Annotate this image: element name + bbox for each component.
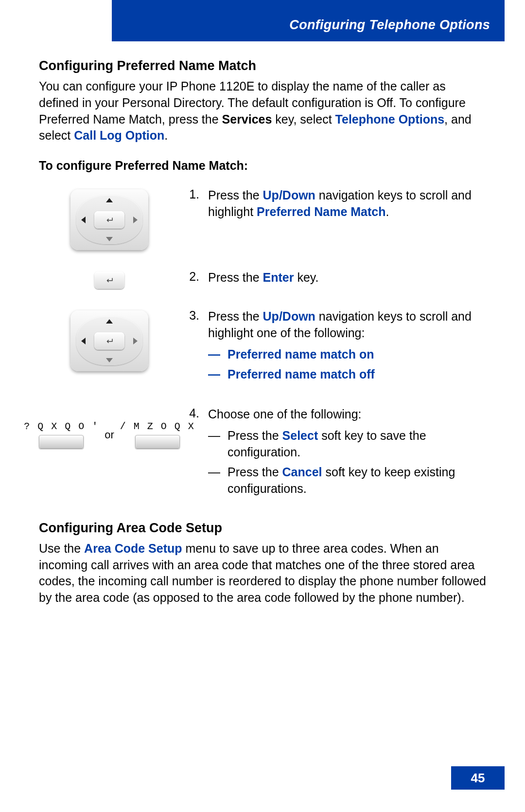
page-number: 45: [471, 771, 485, 786]
option-dash: —: [208, 428, 228, 461]
option-text: Press the: [228, 429, 282, 442]
intro-text: .: [164, 128, 168, 142]
down-arrow-icon: [106, 237, 113, 241]
page-content: Configuring Preferred Name Match You can…: [39, 0, 486, 606]
option-dash: —: [208, 346, 228, 363]
step-text: key.: [294, 271, 318, 284]
option-text: Press the: [228, 465, 282, 479]
step-number: 4.: [180, 406, 208, 501]
enter-key-icon: [94, 211, 124, 229]
intro-text: key, select: [272, 112, 335, 126]
body-text: Use the: [39, 541, 84, 555]
option-list: — Press the Select soft key to save the …: [208, 428, 486, 497]
step-text: .: [385, 205, 389, 218]
softkey-select-icon: [39, 435, 84, 449]
step-1-graphic: [39, 187, 180, 250]
intro-paragraph: You can configure your IP Phone 1120E to…: [39, 78, 486, 144]
option-select: Press the Select soft key to save the co…: [228, 428, 486, 461]
step-2-graphic: [39, 270, 180, 289]
step-body: Press the Up/Down navigation keys to scr…: [208, 187, 486, 220]
enter-key-icon: [94, 271, 124, 289]
keyword-telephone-options: Telephone Options: [335, 112, 445, 126]
header-title: Configuring Telephone Options: [289, 18, 490, 33]
procedure-title: To configure Preferred Name Match:: [39, 159, 486, 173]
keyword-cancel: Cancel: [282, 465, 322, 479]
option-cancel: Press the Cancel soft key to keep existi…: [228, 464, 486, 497]
step-text: Choose one of the following:: [208, 407, 362, 421]
document-page: Configuring Telephone Options Configurin…: [0, 0, 525, 812]
area-code-paragraph: Use the Area Code Setup menu to save up …: [39, 541, 486, 606]
left-arrow-icon: [81, 338, 86, 344]
step-row-2: 2. Press the Enter key.: [39, 270, 486, 289]
step-body: Choose one of the following: — Press the…: [208, 406, 486, 501]
section-title: Configuring Preferred Name Match: [39, 58, 486, 73]
keyword-up-down: Up/Down: [263, 188, 315, 202]
option-pnm-off: Preferred name match off: [228, 366, 486, 383]
option-pnm-on: Preferred name match on: [228, 346, 486, 363]
step-3-text: 3. Press the Up/Down navigation keys to …: [180, 308, 486, 387]
option-row: — Press the Select soft key to save the …: [208, 428, 486, 461]
right-arrow-icon: [133, 217, 138, 223]
option-row: — Press the Cancel soft key to keep exis…: [208, 464, 486, 497]
step-1-text: 1. Press the Up/Down navigation keys to …: [180, 187, 486, 220]
enter-glyph-icon: [105, 277, 114, 284]
softkey-select-group: ? Q X Q O ': [24, 421, 99, 449]
keyword-up-down: Up/Down: [263, 309, 315, 323]
step-2-text: 2. Press the Enter key.: [180, 270, 486, 286]
option-dash: —: [208, 464, 228, 497]
step-row-1: 1. Press the Up/Down navigation keys to …: [39, 187, 486, 250]
step-number: 1.: [180, 187, 208, 220]
step-row-3: 3. Press the Up/Down navigation keys to …: [39, 308, 486, 387]
section-title-area-code: Configuring Area Code Setup: [39, 521, 486, 536]
step-text: Press the: [208, 271, 263, 284]
navigation-pad-icon: [70, 310, 148, 371]
right-arrow-icon: [133, 338, 138, 344]
keyword-call-log-option: Call Log Option: [74, 128, 164, 142]
page-number-tab: 45: [451, 766, 505, 790]
keyword-select: Select: [282, 429, 318, 442]
step-number: 3.: [180, 308, 208, 387]
left-arrow-icon: [81, 217, 86, 223]
keyword-services: Services: [222, 112, 272, 126]
softkey-select-label: ? Q X Q O ': [24, 421, 99, 432]
step-body: Press the Enter key.: [208, 270, 486, 286]
keyword-enter: Enter: [263, 271, 294, 284]
step-3-graphic: [39, 308, 180, 371]
softkey-cancel-icon: [135, 435, 180, 449]
step-4-text: 4. Choose one of the following: — Press …: [180, 406, 486, 501]
enter-glyph-icon: [105, 338, 114, 344]
step-text: Press the: [208, 188, 263, 202]
step-text: Press the: [208, 309, 263, 323]
option-list: — Preferred name match on — Preferred na…: [208, 346, 486, 383]
softkey-block: ? Q X Q O ' or / M Z O Q X: [24, 421, 195, 449]
option-dash: —: [208, 366, 228, 383]
step-number: 2.: [180, 270, 208, 286]
enter-glyph-icon: [105, 217, 114, 223]
step-row-4: ? Q X Q O ' or / M Z O Q X 4. Choose one…: [39, 406, 486, 501]
navigation-pad-icon: [70, 189, 148, 250]
down-arrow-icon: [106, 358, 113, 362]
enter-key-icon: [94, 332, 124, 350]
up-arrow-icon: [106, 198, 113, 202]
up-arrow-icon: [106, 319, 113, 324]
keyword-area-code-setup: Area Code Setup: [84, 541, 182, 555]
option-row: — Preferred name match on: [208, 346, 486, 363]
option-row: — Preferred name match off: [208, 366, 486, 383]
softkey-or-text: or: [105, 429, 114, 441]
step-body: Press the Up/Down navigation keys to scr…: [208, 308, 486, 387]
header-band: Configuring Telephone Options: [112, 0, 505, 41]
step-4-graphic: ? Q X Q O ' or / M Z O Q X: [39, 406, 180, 449]
keyword-preferred-name-match: Preferred Name Match: [257, 205, 385, 218]
